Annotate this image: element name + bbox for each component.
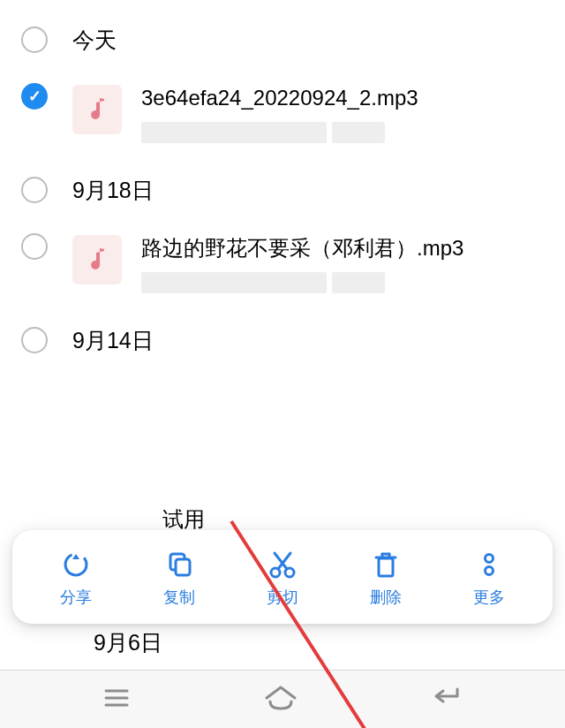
action-bar: 分享 复制 剪切 删除 更多	[12, 530, 553, 624]
section-today[interactable]: 今天	[0, 9, 565, 71]
section-sep14[interactable]: 9月14日	[0, 309, 565, 371]
copy-button[interactable]: 复制	[144, 550, 215, 608]
action-label: 删除	[370, 587, 402, 608]
section-label: 今天	[72, 26, 117, 55]
hamburger-icon	[99, 680, 134, 716]
checkmark-icon: ✓	[28, 87, 41, 106]
checkbox-file1[interactable]: ✓	[21, 83, 48, 110]
action-label: 更多	[473, 587, 505, 608]
more-button[interactable]: 更多	[454, 550, 524, 608]
svg-rect-7	[379, 558, 393, 576]
svg-point-13	[485, 567, 493, 575]
checkbox-today[interactable]	[21, 27, 48, 53]
checkbox-sep14[interactable]	[21, 327, 48, 353]
section-label: 9月18日	[72, 176, 154, 205]
file-metadata	[141, 272, 544, 293]
section-label: 9月14日	[72, 326, 154, 355]
file-name: 3e64efa24_20220924_2.mp3	[141, 83, 544, 113]
file-row[interactable]: ✓ 3e64efa24_20220924_2.mp3	[0, 71, 565, 159]
file-metadata	[141, 122, 544, 143]
trash-icon	[371, 550, 401, 580]
cut-icon	[267, 550, 298, 580]
file-list: 今天 ✓ 3e64efa24_20220924_2.mp3 9月18日	[0, 0, 565, 380]
partial-text-behind: 试用	[162, 505, 205, 534]
home-button[interactable]	[261, 680, 300, 719]
copy-icon	[164, 550, 194, 580]
cut-button[interactable]: 剪切	[247, 550, 318, 608]
section-label: 9月6日	[94, 628, 162, 657]
action-label: 复制	[163, 587, 195, 608]
music-file-icon	[72, 235, 122, 284]
file-name: 路边的野花不要采（邓利君）.mp3	[141, 233, 544, 263]
checkbox-file2[interactable]	[21, 233, 48, 260]
svg-point-12	[485, 555, 493, 563]
more-icon	[474, 550, 504, 580]
back-button[interactable]	[427, 680, 466, 719]
recent-apps-button[interactable]	[99, 680, 134, 719]
action-label: 分享	[60, 587, 92, 608]
action-label: 剪切	[267, 587, 298, 608]
music-file-icon	[72, 85, 122, 134]
svg-rect-2	[176, 559, 190, 575]
file-row[interactable]: 路边的野花不要采（邓利君）.mp3	[0, 221, 565, 309]
share-icon	[61, 550, 91, 580]
checkbox-sep18[interactable]	[21, 177, 48, 203]
system-nav-bar	[0, 670, 565, 728]
home-icon	[261, 680, 300, 716]
delete-button[interactable]: 删除	[350, 550, 421, 608]
section-sep6[interactable]: 9月6日	[0, 622, 565, 663]
back-icon	[427, 680, 466, 716]
share-button[interactable]: 分享	[41, 550, 111, 608]
section-sep18[interactable]: 9月18日	[0, 159, 565, 221]
